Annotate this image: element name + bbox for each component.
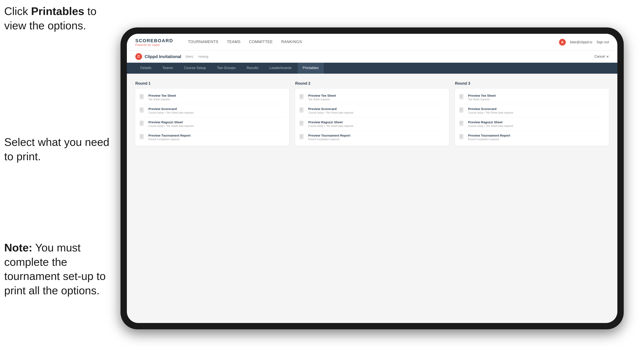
round3-tee-sheet-sublabel: Tee Sheet required — [468, 98, 605, 101]
round1-report-info: Preview Tournament Report Round Completi… — [148, 134, 285, 141]
round1-tournament-report[interactable]: Preview Tournament Report Round Completi… — [140, 131, 285, 142]
round2-raguzzi[interactable]: Preview Raguzzi Sheet Course setup + Tee… — [300, 117, 445, 131]
round2-report-sublabel: Round Completion required — [308, 138, 445, 141]
round1-tee-sheet[interactable]: Preview Tee Sheet Tee Sheet required — [140, 93, 285, 104]
tournament-report-icon — [140, 134, 146, 141]
round-2-card: Preview Tee Sheet Tee Sheet required Pre… — [295, 89, 449, 146]
svg-rect-28 — [300, 121, 303, 126]
round3-raguzzi-sublabel: Course setup + Tee Sheet data required — [468, 125, 605, 128]
round2-raguzzi-label: Preview Raguzzi Sheet — [308, 120, 445, 124]
svg-rect-48 — [460, 134, 463, 139]
cancel-button[interactable]: Cancel ✕ — [594, 55, 609, 59]
tournament-name: Clippd Invitational — [144, 54, 181, 59]
round1-raguzzi-sublabel: Course setup + Tee Sheet data required — [148, 125, 285, 128]
tab-nav: Details Teams Course Setup Tee Groups Re… — [127, 63, 617, 74]
tab-teams[interactable]: Teams — [157, 63, 178, 74]
svg-rect-20 — [300, 94, 303, 99]
logo-subtitle: Powered by clippd — [135, 43, 173, 46]
round1-raguzzi[interactable]: Preview Raguzzi Sheet Course setup + Tee… — [140, 117, 285, 131]
svg-rect-4 — [140, 94, 143, 99]
round2-tee-sheet-icon — [300, 94, 305, 101]
round2-scorecard[interactable]: Preview Scorecard Course setup + Tee She… — [300, 104, 445, 117]
tournament-title: C Clippd Invitational (Men) Hosting — [135, 53, 208, 60]
instruction-bottom: Note: You must complete the tournament s… — [4, 241, 114, 298]
sub-header: C Clippd Invitational (Men) Hosting Canc… — [127, 51, 617, 63]
round3-raguzzi-label: Preview Raguzzi Sheet — [468, 120, 605, 124]
user-email: blair@clippd.io — [570, 40, 592, 44]
tab-tee-groups[interactable]: Tee Groups — [212, 63, 240, 74]
round3-tee-sheet-icon — [459, 94, 465, 101]
round2-raguzzi-sublabel: Course setup + Tee Sheet data required — [308, 125, 445, 128]
round1-raguzzi-label: Preview Raguzzi Sheet — [148, 120, 285, 124]
tab-leaderboards[interactable]: Leaderboards — [264, 63, 297, 74]
round1-tee-sheet-sublabel: Tee Sheet required — [148, 98, 285, 101]
nav-links: TOURNAMENTS TEAMS COMMITTEE RANKINGS — [188, 39, 548, 46]
round2-report-label: Preview Tournament Report — [308, 134, 445, 137]
tab-course-setup[interactable]: Course Setup — [179, 63, 211, 74]
svg-rect-16 — [140, 134, 143, 139]
tab-details[interactable]: Details — [135, 63, 156, 74]
round3-scorecard-label: Preview Scorecard — [468, 107, 605, 111]
round2-scorecard-icon — [300, 107, 305, 114]
round1-tee-sheet-info: Preview Tee Sheet Tee Sheet required — [148, 94, 285, 101]
instruction-middle: Select what you need to print. — [4, 135, 114, 164]
sign-out-link[interactable]: Sign out — [596, 40, 609, 44]
round3-scorecard[interactable]: Preview Scorecard Course setup + Tee She… — [459, 104, 605, 117]
round-3-card: Preview Tee Sheet Tee Sheet required Pre… — [455, 89, 609, 146]
round-1-card: Preview Tee Sheet Tee Sheet required — [135, 89, 289, 146]
round-1-title: Round 1 — [135, 81, 289, 86]
nav-teams[interactable]: TEAMS — [227, 39, 240, 46]
main-content: Round 1 — [127, 74, 617, 323]
tab-printables[interactable]: Printables — [298, 63, 324, 74]
instruction-top: Click Printables toview the options. — [4, 4, 96, 33]
round3-scorecard-sublabel: Course setup + Tee Sheet data required — [468, 111, 605, 114]
round1-scorecard-sublabel: Course setup + Tee Sheet data required — [148, 111, 285, 114]
svg-rect-36 — [460, 94, 463, 99]
svg-rect-24 — [300, 108, 303, 112]
rounds-grid: Round 1 — [135, 81, 609, 146]
round3-tee-sheet-label: Preview Tee Sheet — [468, 94, 605, 97]
round3-report-sublabel: Round Completion required — [468, 138, 605, 141]
raguzzi-icon — [140, 121, 146, 128]
round1-report-label: Preview Tournament Report — [148, 134, 285, 137]
round2-scorecard-sublabel: Course setup + Tee Sheet data required — [308, 111, 445, 114]
svg-rect-32 — [300, 134, 303, 139]
round1-tee-sheet-label: Preview Tee Sheet — [148, 94, 285, 97]
tab-results[interactable]: Results — [242, 63, 264, 74]
app-container: SCOREBOARD Powered by clippd TOURNAMENTS… — [127, 34, 617, 323]
round3-raguzzi-icon — [459, 121, 465, 128]
round1-scorecard-label: Preview Scorecard — [148, 107, 285, 111]
round3-report-label: Preview Tournament Report — [468, 134, 605, 137]
nav-tournaments[interactable]: TOURNAMENTS — [188, 39, 218, 46]
round2-tournament-report[interactable]: Preview Tournament Report Round Completi… — [300, 131, 445, 142]
nav-rankings[interactable]: RANKINGS — [281, 39, 302, 46]
svg-rect-40 — [460, 108, 463, 112]
round-2-title: Round 2 — [295, 81, 449, 86]
top-nav: SCOREBOARD Powered by clippd TOURNAMENTS… — [127, 34, 617, 51]
round1-scorecard[interactable]: Preview Scorecard Course setup + Tee She… — [140, 104, 285, 117]
round2-scorecard-label: Preview Scorecard — [308, 107, 445, 111]
scorecard-icon — [140, 107, 146, 114]
nav-committee[interactable]: COMMITTEE — [249, 39, 273, 46]
nav-right: B blair@clippd.io Sign out — [559, 39, 609, 46]
svg-rect-12 — [140, 121, 143, 126]
cancel-x-icon: ✕ — [606, 55, 609, 59]
logo-area: SCOREBOARD Powered by clippd — [135, 38, 173, 46]
round3-scorecard-icon — [459, 107, 465, 114]
logo-title: SCOREBOARD — [135, 38, 173, 43]
clippd-logo-icon: C — [135, 53, 142, 60]
round3-raguzzi[interactable]: Preview Raguzzi Sheet Course setup + Tee… — [459, 117, 605, 131]
round-1-section: Round 1 — [135, 81, 289, 146]
round1-raguzzi-info: Preview Raguzzi Sheet Course setup + Tee… — [148, 120, 285, 128]
round1-report-sublabel: Round Completion required — [148, 138, 285, 141]
tablet-screen: SCOREBOARD Powered by clippd TOURNAMENTS… — [127, 34, 617, 323]
round2-tee-sheet[interactable]: Preview Tee Sheet Tee Sheet required — [300, 93, 445, 104]
round-3-section: Round 3 Preview Tee Sheet Tee Sheet requ… — [455, 81, 609, 146]
round3-tee-sheet[interactable]: Preview Tee Sheet Tee Sheet required — [459, 93, 605, 104]
svg-rect-8 — [140, 108, 143, 112]
round3-tournament-report[interactable]: Preview Tournament Report Round Completi… — [459, 131, 605, 142]
round2-tee-sheet-sublabel: Tee Sheet required — [308, 98, 445, 101]
round-3-title: Round 3 — [455, 81, 609, 86]
printables-emphasis: Printables — [31, 5, 84, 17]
round1-scorecard-info: Preview Scorecard Course setup + Tee She… — [148, 107, 285, 114]
